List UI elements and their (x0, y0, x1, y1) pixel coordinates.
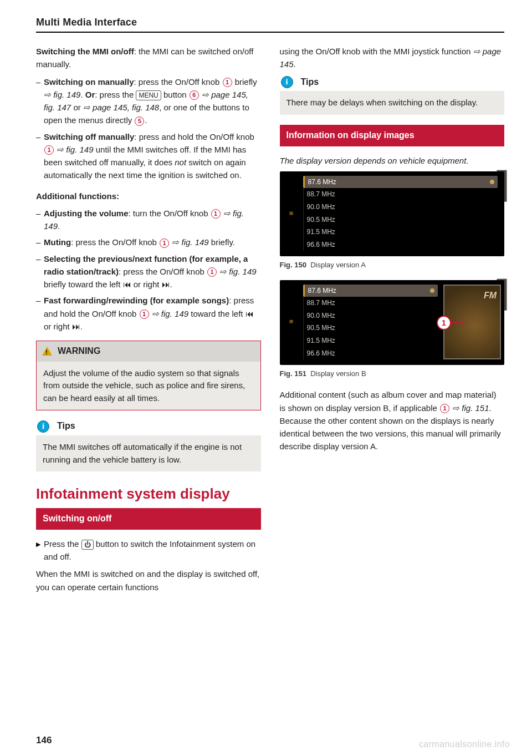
signal-dot-icon (490, 180, 494, 184)
right-continuation: using the On/Off knob with the MMI joyst… (280, 45, 505, 71)
link-fig-149[interactable]: fig. 149 (219, 267, 256, 276)
fm-label: FM (484, 289, 497, 303)
circled-1-icon: 1 (140, 309, 149, 319)
muting-item: – Muting: press the On/Off knob 1 fig. 1… (36, 236, 261, 248)
link-fig-149[interactable]: fig. 149 (152, 309, 188, 318)
banner-switching-onoff: Switching on/off (36, 508, 261, 530)
link-fig-149[interactable]: fig. 149 (57, 145, 93, 154)
mmi-onoff-intro: Switching the MMI on/off: the MMI can be… (36, 45, 261, 71)
switch-on-item: – Switching on manually: press the On/Of… (36, 75, 261, 127)
circled-1-icon: 1 (440, 404, 449, 413)
switch-off-item: – Switching off manually: press and hold… (36, 130, 261, 182)
adjust-volume-item: – Adjusting the volume: turn the On/Off … (36, 207, 261, 233)
circled-5-icon: 5 (135, 116, 144, 126)
station-list-a: 87.6 MHz 88.7 MHz 90.0 MHz 90.5 MHz 91.5… (300, 176, 502, 251)
warning-box: WARNING Adjust the volume of the audio s… (36, 341, 261, 410)
station-row: 96.6 MHz (303, 347, 438, 360)
ff-rew-item: – Fast forwarding/rewinding (for example… (36, 294, 261, 333)
station-row: 90.5 MHz (303, 322, 438, 334)
left-column: Switching the MMI on/off: the MMI can be… (36, 45, 261, 598)
display-version-intro: The display version depends on vehicle e… (280, 154, 505, 167)
info-icon: i (37, 420, 49, 433)
running-head: Multi Media Interface (36, 17, 504, 33)
station-row: 91.5 MHz (303, 334, 438, 347)
watermark: carmanualsonline.info (419, 739, 510, 749)
tips-head-right: i Tips (280, 75, 505, 89)
mmi-onoff-lead: Switching the MMI on/off (36, 47, 134, 56)
power-key-icon: ⏻ (81, 540, 94, 550)
list-icon: ≡ (283, 285, 300, 360)
circled-1-icon: 1 (223, 78, 232, 87)
right-column: using the On/Off knob with the MMI joyst… (280, 45, 505, 598)
signal-dot-icon (430, 288, 434, 293)
warning-head: WARNING (37, 341, 260, 362)
link-fig-151[interactable]: fig. 151 (452, 403, 489, 413)
figure-150-caption: Fig. 150 Display version A (280, 260, 505, 271)
tips-body-left: The MMI switches off automatically if th… (36, 435, 261, 471)
link-fig-149[interactable]: fig. 149 (172, 237, 208, 247)
station-row: 88.7 MHz (303, 297, 438, 309)
info-icon: i (281, 76, 293, 88)
station-row: 87.6 MHz (303, 285, 438, 297)
station-row: 91.5 MHz (303, 226, 498, 239)
tips-title: Tips (301, 75, 319, 89)
figure-151: RAH-8372 ≡ 87.6 MHz 88.7 MHz 90.0 MHz 90… (280, 280, 505, 366)
figure-150: RAH-8372 ≡ 87.6 MHz 88.7 MHz 90.0 MHz 90… (280, 171, 505, 257)
station-row: 90.0 MHz (303, 309, 438, 322)
callout-line-icon (449, 322, 464, 323)
figure-151-caption: Fig. 151 Display version B (280, 368, 505, 379)
album-art-thumbnail: FM 1 (443, 285, 501, 360)
circled-1-icon: 1 (211, 209, 221, 219)
warning-body: Adjust the volume of the audio system so… (37, 362, 260, 410)
page-number: 146 (36, 735, 52, 746)
station-row: 88.7 MHz (303, 188, 498, 201)
list-icon: ≡ (283, 176, 300, 251)
tips-body-right: There may be delays when switching on th… (280, 91, 505, 115)
station-row: 96.6 MHz (303, 239, 498, 251)
link-fig-149[interactable]: fig. 149 (44, 90, 80, 99)
section-infotainment-display: Infotainment system display (36, 486, 261, 503)
banner-display-images: Information on display images (280, 125, 505, 146)
warning-triangle-icon (42, 347, 52, 356)
tips-title: Tips (57, 419, 75, 433)
link-p145-fig148[interactable]: page 145, fig. 148 (83, 103, 159, 112)
callout-1-icon: 1 (437, 316, 451, 330)
additional-functions-head: Additional functions: (36, 190, 261, 202)
station-row: 90.0 MHz (303, 201, 498, 214)
circled-1-icon: 1 (44, 145, 54, 155)
triangle-bullet-icon: ▶ (36, 537, 44, 564)
prev-next-item: – Selecting the previous/next function (… (36, 252, 261, 291)
warning-title: WARNING (58, 344, 100, 358)
display-version-para: Additional content (such as album cover … (280, 388, 505, 453)
circled-1-icon: 1 (207, 267, 217, 277)
display-version-a-screen: ≡ 87.6 MHz 88.7 MHz 90.0 MHz 90.5 MHz 91… (280, 171, 505, 257)
tail-para: When the MMI is switched on and the disp… (36, 567, 261, 593)
menu-key-icon: MENU (136, 90, 161, 100)
circled-1-icon: 1 (160, 239, 169, 248)
station-row: 87.6 MHz (303, 176, 498, 189)
display-version-b-screen: ≡ 87.6 MHz 88.7 MHz 90.0 MHz 90.5 MHz 91… (280, 280, 505, 366)
circled-6-icon: 6 (190, 90, 199, 100)
station-list-b: 87.6 MHz 88.7 MHz 90.0 MHz 90.5 MHz 91.5… (300, 285, 442, 360)
tips-head-left: i Tips (36, 419, 261, 433)
station-row: 90.5 MHz (303, 214, 498, 226)
press-power-item: ▶ Press the ⏻ button to switch the Infot… (36, 537, 261, 564)
